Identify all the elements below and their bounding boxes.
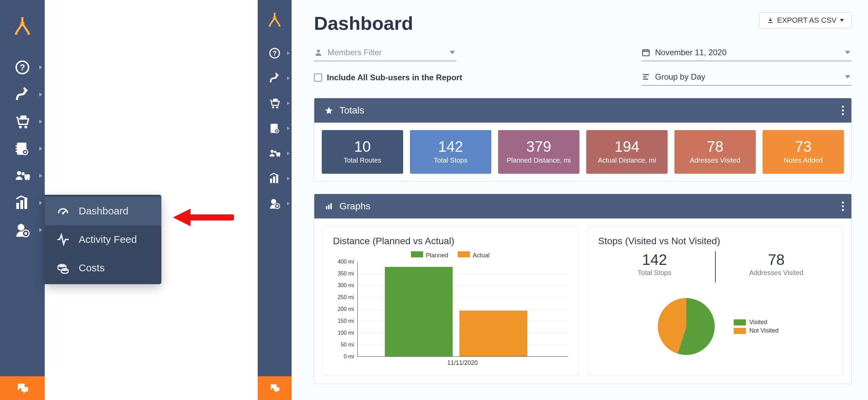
- svg-point-11: [24, 151, 26, 153]
- graphs-header: Graphs: [314, 194, 851, 218]
- group-by-select[interactable]: Group by Day: [642, 71, 852, 86]
- chevron-right-icon: [287, 51, 290, 55]
- svg-text:?: ?: [273, 49, 277, 57]
- svg-point-13: [21, 172, 25, 175]
- chat-button[interactable]: [0, 376, 45, 400]
- svg-rect-34: [273, 99, 278, 102]
- group-value: Group by Day: [655, 72, 705, 82]
- caret-down-icon: [840, 19, 844, 22]
- totals-panel: Totals 10Total Routes142Total Stops379Pl…: [314, 98, 852, 182]
- svg-point-15: [25, 178, 27, 180]
- svg-marker-29: [273, 13, 276, 15]
- sidebar-item-analytics[interactable]: [0, 189, 45, 216]
- totals-card: 142Total Stops: [410, 130, 491, 174]
- caret-down-icon: [845, 51, 850, 54]
- totals-label: Adresses Visited: [678, 156, 752, 164]
- svg-point-41: [277, 155, 278, 157]
- sidebar-item-help[interactable]: ?: [258, 41, 292, 66]
- stops-chart-title: Stops (Visited vs Not Visited): [598, 236, 833, 247]
- totals-card: 73Notes Added: [763, 130, 844, 174]
- sidebar-item-addressbook[interactable]: [0, 135, 45, 162]
- sidebar-item-analytics[interactable]: [258, 166, 292, 191]
- svg-point-48: [276, 205, 278, 207]
- sidebar-collapsed: ?: [0, 0, 45, 400]
- totals-label: Actual Distance, mi: [590, 156, 664, 164]
- svg-point-39: [274, 151, 276, 153]
- divider: [715, 251, 716, 282]
- chevron-right-icon: [39, 92, 42, 97]
- chevron-right-icon: [287, 102, 290, 105]
- submenu-label: Activity Feed: [79, 234, 137, 245]
- chat-button[interactable]: [258, 376, 292, 400]
- total-stops-label: Total Stops: [598, 269, 711, 277]
- sidebar-item-team[interactable]: [0, 162, 45, 189]
- bar-planned: [385, 267, 453, 356]
- group-icon: [642, 72, 650, 81]
- y-tick: 100 mi: [338, 330, 354, 336]
- sidebar-item-routes[interactable]: [258, 66, 292, 91]
- download-icon: [767, 17, 774, 24]
- star-icon: [324, 106, 333, 115]
- totals-label: Total Stops: [413, 156, 488, 164]
- app-logo[interactable]: [258, 0, 292, 41]
- pie-chart: [652, 293, 720, 360]
- sidebar-item-help[interactable]: ?: [0, 54, 45, 81]
- y-tick: 300 mi: [338, 282, 354, 289]
- svg-point-38: [271, 150, 274, 153]
- totals-value: 379: [501, 138, 576, 155]
- totals-label: Planned Distance, mi: [501, 156, 576, 164]
- y-tick: 350 mi: [338, 271, 354, 277]
- distance-chart-card: Distance (Planned vs Actual) Planned Act…: [322, 227, 578, 376]
- totals-label: Total Routes: [325, 156, 400, 164]
- totals-card: 10Total Routes: [322, 130, 403, 174]
- svg-point-6: [19, 126, 22, 128]
- y-tick: 250 mi: [338, 294, 354, 300]
- chevron-right-icon: [287, 177, 290, 180]
- svg-rect-51: [326, 206, 327, 209]
- graphs-panel: Graphs Distance (Planned vs Actual) Plan…: [314, 194, 852, 384]
- sidebar-item-orders[interactable]: [258, 91, 292, 116]
- date-value: November 11, 2020: [655, 48, 727, 57]
- submenu-item-costs[interactable]: Costs: [45, 254, 161, 282]
- graphs-title: Graphs: [339, 201, 371, 212]
- date-select[interactable]: November 11, 2020: [642, 46, 852, 61]
- svg-point-7: [24, 126, 27, 128]
- bar-plot-area: [357, 262, 568, 357]
- y-tick: 150 mi: [338, 318, 354, 324]
- svg-point-24: [58, 264, 66, 267]
- chevron-right-icon: [39, 201, 42, 205]
- caret-down-icon: [845, 75, 850, 79]
- svg-point-46: [271, 199, 276, 204]
- sidebar-item-team[interactable]: [258, 141, 292, 166]
- svg-point-49: [317, 49, 320, 52]
- chevron-right-icon: [287, 152, 290, 155]
- addresses-visited-value: 78: [720, 251, 833, 268]
- bar-xlabel: 11/11/2020: [357, 359, 568, 366]
- svg-point-12: [17, 171, 21, 175]
- app-logo[interactable]: [0, 0, 45, 54]
- sidebar-item-settings[interactable]: [0, 216, 45, 243]
- sidebar-item-routes[interactable]: [0, 81, 45, 108]
- y-tick: 200 mi: [338, 306, 354, 312]
- legend-not-visited: Not Visited: [749, 327, 779, 334]
- svg-rect-40: [276, 152, 280, 155]
- sidebar-item-settings[interactable]: [258, 191, 292, 216]
- y-tick: 50 mi: [341, 342, 354, 348]
- svg-rect-50: [643, 50, 649, 56]
- export-csv-button[interactable]: EXPORT AS CSV: [759, 12, 852, 28]
- totals-label: Notes Added: [766, 156, 841, 164]
- members-filter-select[interactable]: Members Filter: [314, 46, 456, 61]
- svg-rect-43: [270, 178, 272, 183]
- gauge-icon: [56, 204, 70, 218]
- submenu-item-dashboard[interactable]: Dashboard: [45, 197, 161, 225]
- submenu-item-activity-feed[interactable]: Activity Feed: [45, 225, 161, 254]
- kebab-menu-icon[interactable]: [842, 106, 844, 115]
- totals-header: Totals: [314, 98, 851, 123]
- svg-rect-18: [20, 200, 23, 209]
- chevron-right-icon: [287, 127, 290, 130]
- include-subusers-checkbox[interactable]: Include All Sub-users in the Report: [314, 73, 462, 82]
- sidebar-item-addressbook[interactable]: [258, 116, 292, 141]
- sidebar-item-orders[interactable]: [0, 108, 45, 135]
- totals-card: 379Planned Distance, mi: [498, 130, 579, 174]
- kebab-menu-icon[interactable]: [842, 202, 844, 211]
